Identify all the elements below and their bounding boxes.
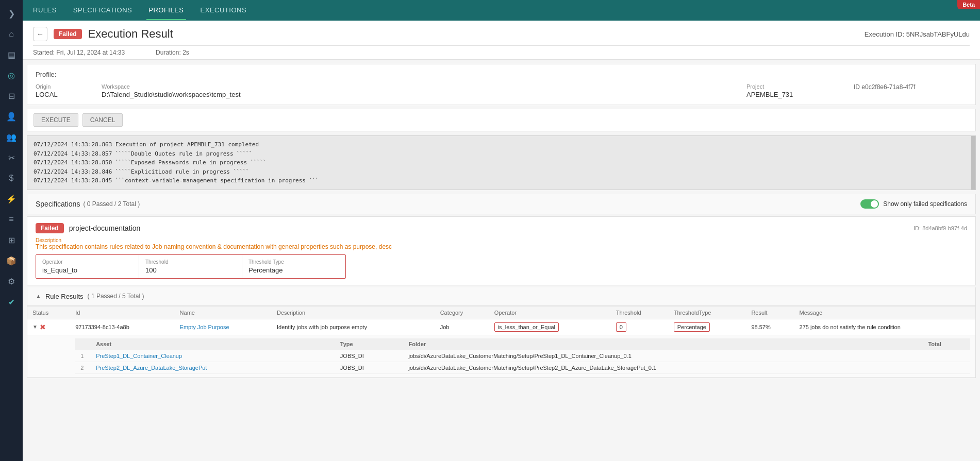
spec-card: Failed project-documentation ID: 8d4a8bf… [27, 216, 976, 285]
row-category: Job [435, 319, 489, 335]
status-badge: Failed [54, 29, 82, 39]
sidebar-grid-icon[interactable]: ⊞ [2, 231, 21, 249]
threshold-label: Threshold [145, 259, 236, 265]
col-result: Result [746, 306, 794, 319]
page-content: ← Failed Execution Result Execution ID: … [23, 21, 980, 461]
row-id: 97173394-8c13-4a8b [70, 319, 174, 335]
col-status: Status [27, 306, 70, 319]
nav-rules[interactable]: RULES [31, 1, 59, 20]
row-message: 275 jobs do not satisfy the rule conditi… [794, 319, 975, 335]
sidebar-list-icon[interactable]: ≡ [2, 210, 21, 229]
back-button[interactable]: ← [33, 27, 47, 41]
sidebar-user-icon[interactable]: 👤 [2, 107, 21, 126]
col-name: Name [175, 306, 272, 319]
sidebar-collapse-icon[interactable]: ❯ [2, 4, 21, 23]
table-row: ▼ ✖ 97173394-8c13-4a8b Empty Job Purpose… [27, 319, 975, 335]
operator-field: Operator is_Equal_to [36, 255, 139, 278]
row-name-link[interactable]: Empty Job Purpose [180, 324, 229, 330]
sidebar-eye-icon[interactable]: ◎ [2, 66, 21, 84]
col-threshold: Threshold [611, 306, 669, 319]
nav-profiles[interactable]: PROFILES [146, 1, 186, 20]
profile-label: Profile: [36, 71, 967, 78]
sidebar-home-icon[interactable]: ⌂ [2, 25, 21, 43]
threshold-type-label: Threshold Type [248, 259, 339, 265]
sidebar-bolt-icon[interactable]: ⚡ [2, 190, 21, 208]
sidebar-tag-icon[interactable]: $ [2, 169, 21, 187]
col-id: Id [70, 306, 174, 319]
toggle-container: Show only failed specifications [860, 199, 967, 209]
collapse-icon[interactable]: ▲ [36, 293, 41, 299]
row-operator: is_less_than_or_Equal [489, 319, 611, 335]
rule-results-table-container: Status Id Name Description Category Oper… [27, 306, 976, 378]
cancel-button[interactable]: CANCEL [82, 113, 123, 127]
row-result: 98.57% [746, 319, 794, 335]
origin-label: Origin [36, 83, 97, 90]
origin-field: Origin LOCAL [36, 83, 97, 98]
spec-description: This specification contains rules relate… [36, 243, 967, 250]
sidebar-users-icon[interactable]: 👥 [2, 128, 21, 146]
profile-id-value: ID e0c2f8e6-71a8-4f7f [854, 83, 967, 91]
sub-row-total-2 [923, 362, 970, 373]
sidebar-check-icon[interactable]: ✔ [2, 293, 21, 311]
threshold-type-field: Threshold Type Percentage [242, 255, 345, 278]
beta-badge: Beta [957, 0, 980, 9]
spec-id: ID: 8d4a8bf9-b97f-4d [913, 225, 967, 231]
spec-name: project-documentation [69, 224, 141, 232]
row-expand[interactable]: ▼ ✖ [27, 319, 70, 335]
spec-fields: Operator is_Equal_to Threshold 100 Thres… [36, 254, 346, 279]
main-content: RULES SPECIFICATIONS PROFILES EXECUTIONS… [23, 0, 980, 461]
execute-button[interactable]: EXECUTE [34, 113, 78, 127]
rule-results-title: Rule Results [45, 293, 84, 300]
sidebar-layers-icon[interactable]: ▤ [2, 45, 21, 64]
spec-description-label: Description [36, 237, 967, 243]
sub-table-row: 2 PreStep2_DL_Azure_DataLake_StoragePut … [75, 362, 970, 373]
sub-row-asset-2: PreStep2_DL_Azure_DataLake_StoragePut [91, 362, 335, 373]
sub-table-row: 1 PreStep1_DL_Container_Cleanup JOBS_DI … [75, 350, 970, 362]
sidebar-settings-icon[interactable]: ⚙ [2, 272, 21, 291]
page-title: Execution Result [88, 27, 173, 41]
execution-id: Execution ID: 5NRJsabTABFyULdu [865, 30, 970, 38]
toolbar: EXECUTE CANCEL [27, 109, 976, 131]
sidebar: ❯ ⌂ ▤ ◎ ⊟ 👤 👥 ✂ $ ⚡ ≡ ⊞ 📦 ⚙ ✔ [0, 0, 23, 461]
row-threshold: 0 [611, 319, 669, 335]
sub-row-num-2: 2 [75, 362, 91, 373]
sub-col-total: Total [923, 338, 970, 350]
toggle-knob [871, 200, 878, 208]
project-value: APEMBLE_731 [746, 91, 850, 98]
sub-asset-link-2[interactable]: PreStep2_DL_Azure_DataLake_StoragePut [96, 365, 207, 371]
log-section[interactable]: 07/12/2024 14:33:28.863 Execution of pro… [27, 135, 976, 190]
sub-row-type-1: JOBS_DI [335, 350, 404, 362]
threshold-type-value: Percentage [248, 266, 339, 274]
profile-id-field: ID e0c2f8e6-71a8-4f7f [854, 83, 967, 98]
sub-col-type: Type [335, 338, 404, 350]
specifications-title: Specifications [36, 200, 80, 208]
sub-results-table: Asset Type Folder Total 1 Pr [75, 338, 970, 374]
row-description: Identify jobs with job purpose empty [272, 319, 435, 335]
nav-specifications[interactable]: SPECIFICATIONS [71, 1, 134, 20]
operator-value: is_Equal_to [42, 266, 132, 274]
spec-card-header: Failed project-documentation ID: 8d4a8bf… [36, 223, 967, 233]
sub-asset-link-1[interactable]: PreStep1_DL_Container_Cleanup [96, 353, 182, 359]
sub-table-container: Asset Type Folder Total 1 Pr [70, 335, 975, 377]
started-label: Started: Fri, Jul 12, 2024 at 14:33 [33, 49, 125, 56]
spec-desc-section: Description This specification contains … [36, 237, 967, 250]
workspace-label: Workspace [102, 83, 742, 90]
log-scrollbar[interactable] [971, 136, 975, 190]
sub-row-folder-2: jobs/di/AzureDataLake_CustomerMatching/S… [403, 362, 923, 373]
profile-section: Profile: Origin LOCAL Workspace D:\Talen… [27, 64, 976, 105]
sidebar-server-icon[interactable]: ⊟ [2, 87, 21, 105]
workspace-field: Workspace D:\Talend_Studio\studio\worksp… [102, 83, 742, 98]
sub-col-folder: Folder [403, 338, 923, 350]
sub-row-asset-1: PreStep1_DL_Container_Cleanup [91, 350, 335, 362]
row-name[interactable]: Empty Job Purpose [175, 319, 272, 335]
expand-icon[interactable]: ▼ [32, 324, 38, 330]
specifications-count: ( 0 Passed / 2 Total ) [83, 200, 140, 208]
sidebar-archive-icon[interactable]: 📦 [2, 251, 21, 270]
sidebar-tool-icon[interactable]: ✂ [2, 148, 21, 167]
nav-executions[interactable]: EXECUTIONS [198, 1, 249, 20]
sub-col-asset: Asset [91, 338, 335, 350]
project-label: Project [746, 83, 850, 90]
row-thresholdtype-value: Percentage [674, 322, 710, 332]
failed-only-toggle[interactable] [860, 199, 879, 209]
row-operator-value: is_less_than_or_Equal [494, 322, 559, 332]
